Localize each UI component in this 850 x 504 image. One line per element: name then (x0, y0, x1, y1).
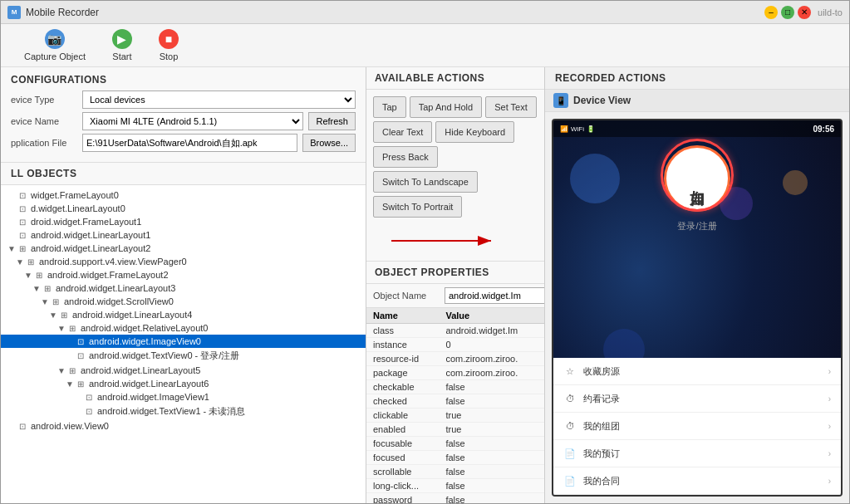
tree-item[interactable]: ⊡android.view.View0 (1, 419, 366, 433)
status-time: 09:56 (813, 125, 834, 134)
tree-node-icon: ⊡ (19, 204, 29, 213)
maximize-button[interactable]: □ (781, 6, 794, 19)
tree-item[interactable]: ⊡android.widget.TextView0 - 登录/注册 (1, 348, 366, 364)
menu-item-text: 收藏房源 (583, 365, 822, 378)
property-value: false (439, 451, 544, 465)
properties-table: Name Value classandroid.widget.Iminstanc… (366, 308, 544, 503)
tree-node-icon: ⊞ (69, 324, 79, 333)
tree-item[interactable]: ⊡android.widget.ImageView0 (1, 335, 366, 348)
tree-item[interactable]: ⊡android.widget.ImageView1 (1, 390, 366, 404)
signal-icon: 📶 (560, 125, 568, 133)
property-name: package (366, 366, 439, 380)
tree-item-label: android.widget.ImageView0 (89, 336, 201, 346)
app-file-input[interactable] (82, 134, 297, 152)
property-value: false (439, 437, 544, 451)
tree-item-label: android.widget.FrameLayout2 (47, 270, 169, 280)
action-button-tap[interactable]: Tap (373, 96, 406, 118)
clock-menu-icon: ⏱ (563, 419, 577, 433)
action-button-clear-text[interactable]: Clear Text (373, 121, 432, 143)
tree-item[interactable]: ▼⊞android.widget.LinearLayout3 (1, 281, 366, 295)
window-title: Mobile Recorder (26, 7, 99, 18)
tree-item[interactable]: ⊡droid.widget.FrameLayout1 (1, 215, 366, 228)
tree-expand-icon: ▼ (66, 379, 76, 389)
doc-menu-icon: 📄 (563, 474, 577, 487)
tree-item[interactable]: ▼⊞android.widget.ScrollView0 (1, 295, 366, 308)
battery-icon: 🔋 (587, 125, 595, 133)
property-value: false (439, 465, 544, 479)
watermark: blog.csdn.net/xuecancan (764, 486, 838, 493)
tree-node-icon: ⊡ (86, 393, 96, 402)
menu-item-收藏房源[interactable]: ☆收藏房源› (553, 358, 841, 385)
tree-item[interactable]: ⊡d.widget.LinearLayout0 (1, 202, 366, 215)
objects-tree[interactable]: ⊡widget.FrameLayout0 ⊡d.widget.LinearLay… (1, 185, 366, 503)
device-view-bar: 📱 Device View (545, 90, 849, 112)
close-button[interactable]: ✕ (798, 6, 811, 19)
chevron-right-icon: › (828, 422, 831, 431)
start-icon: ▶ (112, 29, 132, 49)
refresh-button[interactable]: Refresh (308, 112, 356, 130)
tree-item[interactable]: ⊡widget.FrameLayout0 (1, 188, 366, 202)
tree-item[interactable]: ▼⊞android.widget.LinearLayout6 (1, 377, 366, 390)
tree-item-label: android.widget.TextView1 - 未读消息 (97, 405, 245, 418)
tree-node-icon: ⊡ (77, 337, 87, 346)
status-bar: 📶 WiFi 🔋 09:56 (553, 120, 841, 137)
tree-item-label: android.widget.ImageView1 (97, 392, 209, 402)
chevron-right-icon: › (828, 477, 831, 486)
tree-item[interactable]: ▼⊞android.widget.LinearLayout4 (1, 308, 366, 321)
tree-expand-icon: ▼ (41, 297, 51, 306)
property-row: clickabletrue (366, 409, 544, 423)
menu-item-约看记录[interactable]: ⏱约看记录› (553, 385, 841, 413)
status-icons: 📶 WiFi 🔋 (560, 125, 595, 133)
action-button-press-back[interactable]: Press Back (373, 146, 438, 168)
property-name: clickable (366, 409, 439, 423)
left-panel: CONFIGURATIONS evice Type Local devices … (1, 67, 366, 503)
tree-item[interactable]: ▼⊞android.widget.LinearLayout2 (1, 242, 366, 255)
build-label: uild-to (818, 7, 843, 17)
object-name-input[interactable] (445, 287, 544, 304)
capture-object-button[interactable]: 📷 Capture Object (17, 26, 92, 65)
app-icon: M (7, 6, 21, 19)
device-name-select[interactable]: Xiaomi MI 4LTE (Android 5.1.1) (82, 112, 303, 130)
menu-item-text: 我的组团 (583, 420, 822, 433)
start-button[interactable]: ▶ Start (106, 26, 139, 65)
login-register-label: 登录/注册 (677, 220, 716, 232)
menu-item-我的组团[interactable]: ⏱我的组团› (553, 413, 841, 440)
menu-item-text: 约看记录 (583, 393, 822, 405)
device-type-select[interactable]: Local devices (82, 91, 356, 109)
menu-item-text: 我的预订 (583, 448, 822, 460)
tree-item-label: android.widget.LinearLayout1 (31, 230, 150, 240)
property-row: focusedfalse (366, 451, 544, 465)
property-row: checkedfalse (366, 394, 544, 409)
tree-node-icon: ⊡ (19, 422, 29, 431)
tree-item[interactable]: ⊡android.widget.LinearLayout1 (1, 228, 366, 242)
tree-item[interactable]: ⊡android.widget.TextView1 - 未读消息 (1, 404, 366, 419)
tree-item[interactable]: ▼⊞android.support.v4.view.ViewPager0 (1, 255, 366, 268)
action-button-tap-and-hold[interactable]: Tap And Hold (410, 96, 482, 118)
menu-list: ☆收藏房源›⏱约看记录›⏱我的组团›📄我的预订›📄我的合同› (553, 358, 841, 495)
minimize-button[interactable]: – (764, 6, 778, 19)
clock-menu-icon: ⏱ (563, 392, 577, 405)
action-button-hide-keyboard[interactable]: Hide Keyboard (435, 121, 514, 143)
app-file-label: pplication File (11, 138, 77, 148)
tree-item[interactable]: ▼⊞android.widget.FrameLayout2 (1, 268, 366, 281)
stop-button[interactable]: ■ Stop (152, 26, 185, 65)
chevron-right-icon: › (828, 367, 831, 376)
property-row: instance0 (366, 338, 544, 352)
object-name-row: Object Name (366, 284, 544, 308)
middle-panel: AVAILABLE ACTIONS TapTap And HoldSet Tex… (366, 67, 545, 503)
menu-item-我的预订[interactable]: 📄我的预订› (553, 440, 841, 467)
property-name: long-click... (366, 479, 439, 493)
action-button-switch-to-portrait[interactable]: Switch To Portrait (373, 196, 462, 218)
tree-item[interactable]: ▼⊞android.widget.RelativeLayout0 (1, 321, 366, 335)
action-arrow (375, 224, 508, 257)
property-name: focused (366, 451, 439, 465)
available-actions-header: AVAILABLE ACTIONS (366, 67, 544, 90)
browse-button[interactable]: Browse... (302, 134, 356, 152)
action-button-set-text[interactable]: Set Text (485, 96, 537, 118)
properties-table-container[interactable]: Name Value classandroid.widget.Iminstanc… (366, 308, 544, 503)
tree-item[interactable]: ▼⊞android.widget.LinearLayout5 (1, 364, 366, 377)
action-button-switch-to-landscape[interactable]: Switch To Landscape (373, 171, 478, 193)
actions-buttons: TapTap And HoldSet TextClear TextHide Ke… (366, 90, 544, 224)
tree-node-icon: ⊡ (77, 351, 87, 360)
tree-node-icon: ⊞ (36, 271, 46, 280)
